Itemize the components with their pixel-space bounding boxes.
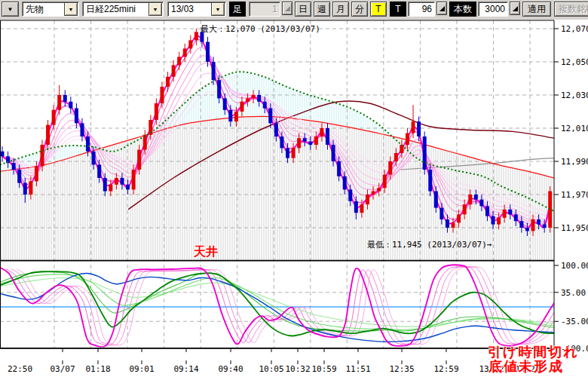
tick-count-spinner-button[interactable]	[436, 2, 447, 15]
candle-body	[188, 40, 192, 48]
candle-body	[406, 133, 409, 145]
period-tick-label: T	[375, 4, 381, 14]
apply-button-label: 適用	[528, 3, 546, 16]
price-oscillator-chart[interactable]: 12,07012,05012,03012,01011,99011,97011,9…	[0, 20, 588, 377]
candle-body	[525, 228, 529, 231]
candle-body	[485, 206, 489, 216]
price-axis-label: 12,030	[561, 90, 588, 100]
candle-body	[372, 192, 375, 195]
candle-body	[143, 135, 147, 150]
symbol-combobox[interactable]: 日経225mini ▼	[82, 2, 164, 17]
candle-body	[366, 195, 369, 204]
candle-body	[452, 222, 455, 228]
category-dropdown-button[interactable]: ▼	[64, 2, 78, 16]
ashi-label-text: 足	[233, 3, 242, 16]
chart-application-window: ▼ 先物 ▼ 日経225mini ▼ 13/03 ▼ 足 1 日 週 月	[0, 0, 588, 377]
candle-body	[474, 195, 478, 200]
spinner-triangle-icon	[439, 6, 445, 11]
period-week-button[interactable]: 週	[314, 2, 330, 17]
tick-count-value: 96	[422, 4, 432, 14]
ema-ribbon-line	[2, 63, 550, 222]
candle-body	[268, 109, 272, 124]
bar-count-spinner-button[interactable]	[510, 2, 520, 15]
osc-axis-label: -100.00	[561, 344, 588, 354]
panel-divider	[0, 260, 554, 262]
period-month-button[interactable]: 月	[332, 2, 349, 17]
interval-value: 1	[272, 4, 277, 14]
chart-area[interactable]: 12,07012,05012,03012,01011,99011,97011,9…	[0, 20, 588, 377]
contract-dropdown-button[interactable]: ▼	[211, 2, 225, 16]
toolbar: ▼ 先物 ▼ 日経225mini ▼ 13/03 ▼ 足 1 日 週 月	[0, 0, 588, 20]
candle-body	[29, 181, 32, 195]
candle-body	[223, 98, 227, 109]
candle-body	[155, 103, 158, 120]
candle-body	[457, 214, 461, 222]
price-axis-label: 11,990	[561, 157, 588, 167]
tick-count-label-text: T	[395, 4, 400, 14]
candle-body	[303, 138, 307, 141]
time-axis-label: 09:14	[173, 364, 198, 374]
spinner-triangle-icon	[285, 6, 290, 11]
bar-count-field[interactable]: 3000	[478, 2, 508, 17]
apply-button[interactable]: 適用	[522, 2, 551, 17]
candle-body	[40, 145, 44, 167]
candle-body	[463, 204, 467, 214]
contract-month-combobox[interactable]: 13/03 ▼	[167, 2, 226, 17]
candle-body	[326, 128, 329, 145]
candle-body	[137, 150, 141, 170]
price-axis-label: 11,950	[561, 223, 588, 233]
candle-body	[337, 161, 341, 176]
period-minute-button[interactable]: 分	[351, 2, 368, 17]
osc-axis-label: -35.00	[561, 317, 588, 326]
candle-body	[63, 95, 67, 102]
candle-body	[479, 200, 483, 207]
candle-body	[497, 218, 501, 225]
candle-body	[274, 123, 278, 136]
candle-body	[1, 152, 5, 157]
chevron-down-icon: ▼	[153, 7, 158, 12]
ashi-label: 足	[229, 2, 246, 17]
period-month-label: 月	[336, 3, 345, 16]
candle-body	[12, 163, 16, 170]
candle-body	[172, 65, 176, 76]
period-day-button[interactable]: 日	[295, 2, 311, 17]
candle-body	[120, 178, 124, 185]
candle-body	[292, 148, 296, 158]
candle-body	[183, 48, 187, 57]
candle-body	[246, 98, 250, 101]
candle-body	[412, 121, 415, 133]
candle-body	[280, 136, 283, 148]
candle-body	[35, 167, 38, 182]
oscillator-panel-series	[0, 265, 588, 347]
candle-body	[217, 80, 221, 98]
candle-body	[257, 95, 261, 102]
period-minute-label: 分	[355, 3, 364, 16]
candle-body	[439, 208, 443, 219]
candle-body	[177, 57, 181, 65]
symbol-dropdown-button[interactable]: ▼	[149, 2, 162, 16]
candle-body	[423, 136, 427, 170]
candle-body	[234, 112, 238, 121]
nav-dropdown-button[interactable]: ▼	[2, 2, 19, 17]
period-day-label: 日	[299, 3, 308, 16]
price-axis-label: 11,970	[561, 190, 588, 200]
category-combobox[interactable]: 先物 ▼	[22, 2, 79, 17]
candle-body	[206, 42, 210, 62]
interval-spinner-button[interactable]	[282, 2, 292, 15]
period-tick-button-active[interactable]: T	[370, 2, 387, 17]
candle-body	[132, 170, 136, 189]
price-axis-label: 12,070	[561, 24, 588, 34]
osc-axis-label: 35.00	[561, 288, 586, 298]
tick-count-field[interactable]: 96	[408, 2, 435, 17]
band-hatch-fill	[2, 72, 551, 259]
price-axis-label: 12,010	[561, 124, 588, 133]
bar-count-value: 3000	[485, 4, 505, 14]
tick-count-label: T	[390, 2, 406, 17]
candle-body	[115, 178, 118, 185]
candle-body	[194, 32, 198, 40]
chevron-down-icon: ▼	[69, 7, 74, 12]
candle-body	[103, 178, 107, 192]
candle-body	[543, 225, 547, 228]
candle-body	[80, 123, 84, 136]
candle-body	[514, 214, 518, 221]
